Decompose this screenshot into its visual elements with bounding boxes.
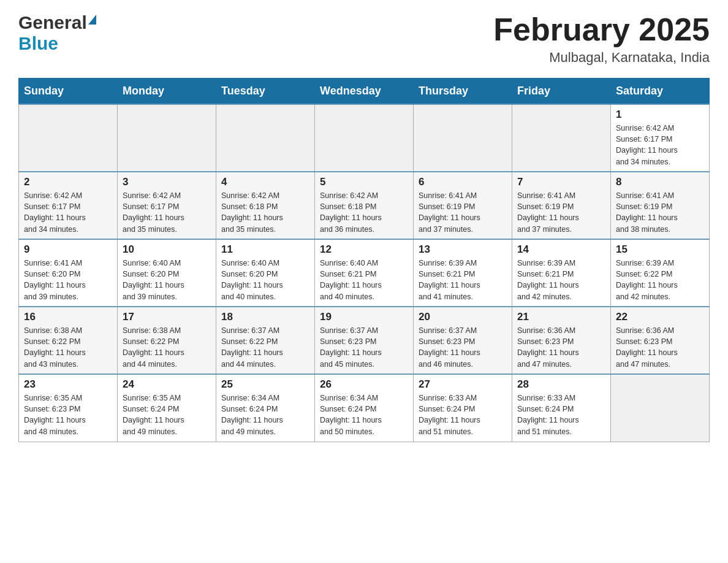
calendar-cell: 4Sunrise: 6:42 AM Sunset: 6:18 PM Daylig… [216, 172, 315, 239]
day-number: 19 [320, 311, 408, 323]
day-number: 23 [24, 378, 112, 391]
column-header-tuesday: Tuesday [216, 79, 315, 105]
day-number: 9 [24, 243, 112, 256]
calendar-cell: 7Sunrise: 6:41 AM Sunset: 6:19 PM Daylig… [512, 172, 611, 239]
calendar-cell: 12Sunrise: 6:40 AM Sunset: 6:21 PM Dayli… [315, 239, 414, 307]
calendar-header-row: SundayMondayTuesdayWednesdayThursdayFrid… [19, 79, 710, 105]
day-number: 7 [517, 176, 605, 188]
day-info: Sunrise: 6:34 AM Sunset: 6:24 PM Dayligh… [320, 393, 408, 437]
day-info: Sunrise: 6:38 AM Sunset: 6:22 PM Dayligh… [24, 325, 112, 370]
calendar-cell: 25Sunrise: 6:34 AM Sunset: 6:24 PM Dayli… [216, 374, 315, 442]
calendar-cell: 19Sunrise: 6:37 AM Sunset: 6:23 PM Dayli… [315, 307, 414, 374]
calendar-cell: 23Sunrise: 6:35 AM Sunset: 6:23 PM Dayli… [19, 374, 118, 442]
day-number: 26 [320, 378, 408, 391]
day-info: Sunrise: 6:42 AM Sunset: 6:18 PM Dayligh… [221, 190, 309, 235]
calendar-cell: 20Sunrise: 6:37 AM Sunset: 6:23 PM Dayli… [414, 307, 512, 374]
day-number: 8 [616, 176, 704, 188]
calendar-week-row: 16Sunrise: 6:38 AM Sunset: 6:22 PM Dayli… [19, 307, 710, 374]
calendar-cell: 6Sunrise: 6:41 AM Sunset: 6:19 PM Daylig… [414, 172, 512, 239]
day-number: 14 [517, 243, 605, 256]
location-label: Mulbagal, Karnataka, India [493, 50, 710, 66]
day-number: 21 [517, 311, 605, 323]
day-info: Sunrise: 6:39 AM Sunset: 6:22 PM Dayligh… [616, 258, 704, 302]
day-number: 1 [616, 109, 704, 121]
day-number: 18 [221, 311, 309, 323]
calendar-cell: 18Sunrise: 6:37 AM Sunset: 6:22 PM Dayli… [216, 307, 315, 374]
day-number: 5 [320, 176, 408, 188]
calendar-cell: 22Sunrise: 6:36 AM Sunset: 6:23 PM Dayli… [611, 307, 710, 374]
day-info: Sunrise: 6:39 AM Sunset: 6:21 PM Dayligh… [419, 258, 507, 302]
calendar-week-row: 9Sunrise: 6:41 AM Sunset: 6:20 PM Daylig… [19, 239, 710, 307]
calendar-cell: 28Sunrise: 6:33 AM Sunset: 6:24 PM Dayli… [512, 374, 611, 442]
column-header-friday: Friday [512, 79, 611, 105]
calendar-cell [19, 104, 118, 172]
calendar-cell [512, 104, 611, 172]
calendar-cell [414, 104, 512, 172]
day-info: Sunrise: 6:35 AM Sunset: 6:24 PM Dayligh… [123, 393, 211, 437]
calendar-table: SundayMondayTuesdayWednesdayThursdayFrid… [18, 78, 710, 442]
calendar-cell: 21Sunrise: 6:36 AM Sunset: 6:23 PM Dayli… [512, 307, 611, 374]
calendar-week-row: 2Sunrise: 6:42 AM Sunset: 6:17 PM Daylig… [19, 172, 710, 239]
calendar-week-row: 1Sunrise: 6:42 AM Sunset: 6:17 PM Daylig… [19, 104, 710, 172]
calendar-week-row: 23Sunrise: 6:35 AM Sunset: 6:23 PM Dayli… [19, 374, 710, 442]
logo-blue-text: Blue [18, 33, 58, 54]
day-info: Sunrise: 6:37 AM Sunset: 6:22 PM Dayligh… [221, 325, 309, 370]
calendar-cell: 9Sunrise: 6:41 AM Sunset: 6:20 PM Daylig… [19, 239, 118, 307]
day-number: 12 [320, 243, 408, 256]
logo-triangle-icon [88, 15, 96, 25]
day-info: Sunrise: 6:37 AM Sunset: 6:23 PM Dayligh… [419, 325, 507, 370]
day-number: 25 [221, 378, 309, 391]
day-info: Sunrise: 6:38 AM Sunset: 6:22 PM Dayligh… [123, 325, 211, 370]
logo-general-text: General [18, 12, 87, 33]
day-info: Sunrise: 6:40 AM Sunset: 6:20 PM Dayligh… [123, 258, 211, 302]
day-number: 17 [123, 311, 211, 323]
calendar-cell: 11Sunrise: 6:40 AM Sunset: 6:20 PM Dayli… [216, 239, 315, 307]
day-number: 15 [616, 243, 704, 256]
calendar-cell: 13Sunrise: 6:39 AM Sunset: 6:21 PM Dayli… [414, 239, 512, 307]
day-number: 20 [419, 311, 507, 323]
column-header-sunday: Sunday [19, 79, 118, 105]
day-info: Sunrise: 6:36 AM Sunset: 6:23 PM Dayligh… [517, 325, 605, 370]
calendar-cell: 5Sunrise: 6:42 AM Sunset: 6:18 PM Daylig… [315, 172, 414, 239]
day-number: 3 [123, 176, 211, 188]
page-header: General Blue February 2025 Mulbagal, Kar… [18, 12, 710, 66]
day-number: 28 [517, 378, 605, 391]
day-number: 24 [123, 378, 211, 391]
calendar-cell: 14Sunrise: 6:39 AM Sunset: 6:21 PM Dayli… [512, 239, 611, 307]
day-info: Sunrise: 6:42 AM Sunset: 6:18 PM Dayligh… [320, 190, 408, 235]
day-number: 6 [419, 176, 507, 188]
day-info: Sunrise: 6:42 AM Sunset: 6:17 PM Dayligh… [123, 190, 211, 235]
calendar-cell: 8Sunrise: 6:41 AM Sunset: 6:19 PM Daylig… [611, 172, 710, 239]
day-info: Sunrise: 6:37 AM Sunset: 6:23 PM Dayligh… [320, 325, 408, 370]
column-header-thursday: Thursday [414, 79, 512, 105]
day-info: Sunrise: 6:40 AM Sunset: 6:20 PM Dayligh… [221, 258, 309, 302]
column-header-saturday: Saturday [611, 79, 710, 105]
day-number: 11 [221, 243, 309, 256]
column-header-monday: Monday [118, 79, 216, 105]
day-info: Sunrise: 6:41 AM Sunset: 6:19 PM Dayligh… [517, 190, 605, 235]
day-info: Sunrise: 6:36 AM Sunset: 6:23 PM Dayligh… [616, 325, 704, 370]
day-number: 27 [419, 378, 507, 391]
day-info: Sunrise: 6:40 AM Sunset: 6:21 PM Dayligh… [320, 258, 408, 302]
calendar-cell: 2Sunrise: 6:42 AM Sunset: 6:17 PM Daylig… [19, 172, 118, 239]
day-info: Sunrise: 6:41 AM Sunset: 6:19 PM Dayligh… [419, 190, 507, 235]
day-info: Sunrise: 6:42 AM Sunset: 6:17 PM Dayligh… [616, 123, 704, 167]
calendar-cell: 17Sunrise: 6:38 AM Sunset: 6:22 PM Dayli… [118, 307, 216, 374]
month-title: February 2025 [493, 12, 710, 47]
day-number: 22 [616, 311, 704, 323]
day-number: 2 [24, 176, 112, 188]
day-info: Sunrise: 6:42 AM Sunset: 6:17 PM Dayligh… [24, 190, 112, 235]
calendar-cell [118, 104, 216, 172]
day-info: Sunrise: 6:33 AM Sunset: 6:24 PM Dayligh… [419, 393, 507, 437]
calendar-cell: 27Sunrise: 6:33 AM Sunset: 6:24 PM Dayli… [414, 374, 512, 442]
day-info: Sunrise: 6:34 AM Sunset: 6:24 PM Dayligh… [221, 393, 309, 437]
logo: General Blue [18, 12, 96, 54]
calendar-cell: 16Sunrise: 6:38 AM Sunset: 6:22 PM Dayli… [19, 307, 118, 374]
calendar-cell: 15Sunrise: 6:39 AM Sunset: 6:22 PM Dayli… [611, 239, 710, 307]
calendar-cell: 26Sunrise: 6:34 AM Sunset: 6:24 PM Dayli… [315, 374, 414, 442]
calendar-cell: 10Sunrise: 6:40 AM Sunset: 6:20 PM Dayli… [118, 239, 216, 307]
calendar-cell [315, 104, 414, 172]
column-header-wednesday: Wednesday [315, 79, 414, 105]
day-number: 10 [123, 243, 211, 256]
calendar-cell: 3Sunrise: 6:42 AM Sunset: 6:17 PM Daylig… [118, 172, 216, 239]
